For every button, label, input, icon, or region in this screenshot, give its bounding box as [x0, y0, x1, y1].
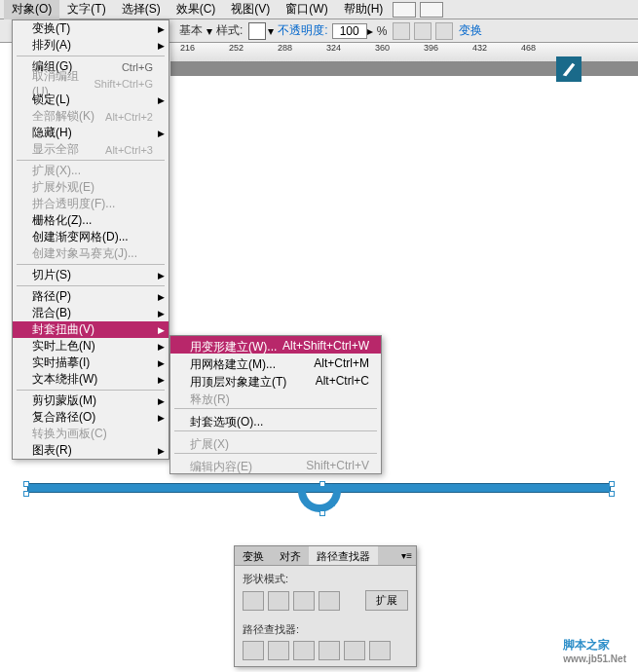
- menu-item[interactable]: 路径(P)▶: [13, 288, 169, 305]
- menu-item[interactable]: 文本绕排(W)▶: [13, 371, 169, 388]
- tool-icon-2[interactable]: [414, 22, 432, 40]
- bridge-icon[interactable]: [393, 2, 416, 18]
- menubar: 对象(O) 文字(T) 选择(S) 效果(C) 视图(V) 窗口(W) 帮助(H…: [0, 0, 638, 19]
- transform-link[interactable]: 变换: [455, 22, 486, 39]
- pathfinder-panel: 变换 对齐 路径查找器 ▾≡ 形状模式: 扩展 路径查找器:: [234, 545, 417, 667]
- expand-button[interactable]: 扩展: [365, 590, 408, 611]
- selection-handle[interactable]: [319, 510, 325, 516]
- menu-effect[interactable]: 效果(C): [169, 0, 224, 19]
- tool-icon-3[interactable]: [435, 22, 453, 40]
- selection-handle[interactable]: [23, 491, 29, 497]
- shape-exclude-button[interactable]: [319, 591, 340, 611]
- menu-item[interactable]: 锁定(L)▶: [13, 92, 169, 108]
- selection-handle[interactable]: [609, 491, 615, 497]
- menu-item: 转换为画板(C): [13, 426, 169, 442]
- menu-item[interactable]: 实时描摹(I)▶: [13, 355, 169, 371]
- tab-align[interactable]: 对齐: [272, 546, 309, 565]
- menu-item: 全部解锁(K)Alt+Ctrl+2: [13, 108, 169, 125]
- pf-outline-button[interactable]: [344, 641, 365, 660]
- shape-mode-label: 形状模式:: [243, 572, 408, 586]
- submenu-item[interactable]: 封套选项(O)...: [170, 411, 381, 429]
- ruler-tick: 360: [375, 43, 390, 53]
- menu-item[interactable]: 混合(B)▶: [13, 305, 169, 321]
- pf-divide-button[interactable]: [243, 641, 264, 660]
- submenu-item[interactable]: 用网格建立(M)...Alt+Ctrl+M: [170, 354, 381, 371]
- style-label: 样式:: [212, 22, 246, 39]
- tab-pathfinder[interactable]: 路径查找器: [309, 546, 378, 565]
- percent-label: %: [373, 24, 392, 38]
- shape-unite-button[interactable]: [243, 591, 264, 611]
- menu-view[interactable]: 视图(V): [223, 0, 278, 19]
- menu-window[interactable]: 窗口(W): [278, 0, 335, 19]
- pf-merge-button[interactable]: [293, 641, 315, 660]
- menu-item: 显示全部Alt+Ctrl+3: [13, 141, 169, 158]
- ruler-tick: 216: [180, 43, 195, 53]
- menu-item[interactable]: 栅格化(Z)...: [13, 212, 169, 229]
- ruler-tick: 432: [472, 43, 487, 53]
- menu-select[interactable]: 选择(S): [114, 0, 169, 19]
- submenu-item: 编辑内容(E)Shift+Ctrl+V: [170, 456, 381, 473]
- selection-handle[interactable]: [609, 481, 615, 487]
- shape-intersect-button[interactable]: [293, 591, 315, 611]
- menu-text[interactable]: 文字(T): [59, 0, 113, 19]
- shape-minus-button[interactable]: [268, 591, 289, 611]
- opacity-label[interactable]: 不透明度:: [274, 22, 331, 39]
- arrange-icon[interactable]: [420, 2, 443, 18]
- watermark: 脚本之家 www.jb51.Net: [563, 636, 626, 664]
- selection-handle[interactable]: [319, 481, 325, 487]
- tab-transform[interactable]: 变换: [235, 546, 272, 565]
- opacity-input[interactable]: [332, 23, 367, 39]
- panel-menu-icon[interactable]: ▾≡: [401, 550, 412, 561]
- menu-object[interactable]: 对象(O): [4, 0, 59, 19]
- submenu-item[interactable]: 用顶层对象建立(T)Alt+Ctrl+C: [170, 371, 381, 389]
- style-swatch[interactable]: [248, 22, 266, 40]
- menu-item[interactable]: 创建渐变网格(D)...: [13, 229, 169, 245]
- menu-item[interactable]: 实时上色(N)▶: [13, 338, 169, 355]
- ruler-tick: 324: [326, 43, 341, 53]
- object-menu-dropdown: 变换(T)▶排列(A)▶编组(G)Ctrl+G取消编组(U)Shift+Ctrl…: [12, 19, 169, 460]
- pf-trim-button[interactable]: [268, 641, 289, 660]
- ruler-tick: 396: [424, 43, 438, 53]
- panel-tabs: 变换 对齐 路径查找器 ▾≡: [235, 546, 416, 566]
- menu-item: 取消编组(U)Shift+Ctrl+G: [13, 75, 169, 92]
- menu-help[interactable]: 帮助(H): [336, 0, 392, 19]
- menu-item[interactable]: 变换(T)▶: [13, 20, 169, 37]
- pf-minusback-button[interactable]: [369, 641, 391, 660]
- menu-item[interactable]: 隐藏(H)▶: [13, 125, 169, 141]
- menu-item: 扩展(X)...: [13, 163, 169, 179]
- shape-dip: [298, 485, 341, 512]
- menu-item[interactable]: 剪切蒙版(M)▶: [13, 392, 169, 409]
- selection-handle[interactable]: [23, 481, 29, 487]
- submenu-item: 释放(R): [170, 389, 381, 406]
- ruler-tick: 288: [278, 43, 292, 53]
- submenu-item[interactable]: 用变形建立(W)...Alt+Shift+Ctrl+W: [170, 336, 381, 354]
- menu-item: 拼合透明度(F)...: [13, 196, 169, 212]
- pathfinder-label: 路径查找器:: [243, 622, 408, 637]
- ruler-tick: 468: [521, 43, 536, 53]
- basic-label: 基本: [175, 22, 206, 39]
- menu-item: 创建对象马赛克(J)...: [13, 245, 169, 262]
- ruler-tick: 252: [229, 43, 244, 53]
- menu-item[interactable]: 封套扭曲(V)▶: [13, 321, 169, 338]
- tool-icon-1[interactable]: [393, 22, 410, 40]
- envelope-distort-submenu: 用变形建立(W)...Alt+Shift+Ctrl+W用网格建立(M)...Al…: [169, 335, 382, 474]
- menu-item[interactable]: 排列(A)▶: [13, 37, 169, 54]
- menu-item[interactable]: 图表(R)▶: [13, 442, 169, 459]
- menu-item: 扩展外观(E): [13, 179, 169, 196]
- menu-item[interactable]: 复合路径(O)▶: [13, 409, 169, 426]
- submenu-item: 扩展(X): [170, 433, 381, 451]
- pf-crop-button[interactable]: [319, 641, 340, 660]
- tool-cursor-icon: [556, 56, 582, 82]
- menu-item[interactable]: 切片(S)▶: [13, 267, 169, 283]
- selected-shape[interactable]: [27, 477, 611, 516]
